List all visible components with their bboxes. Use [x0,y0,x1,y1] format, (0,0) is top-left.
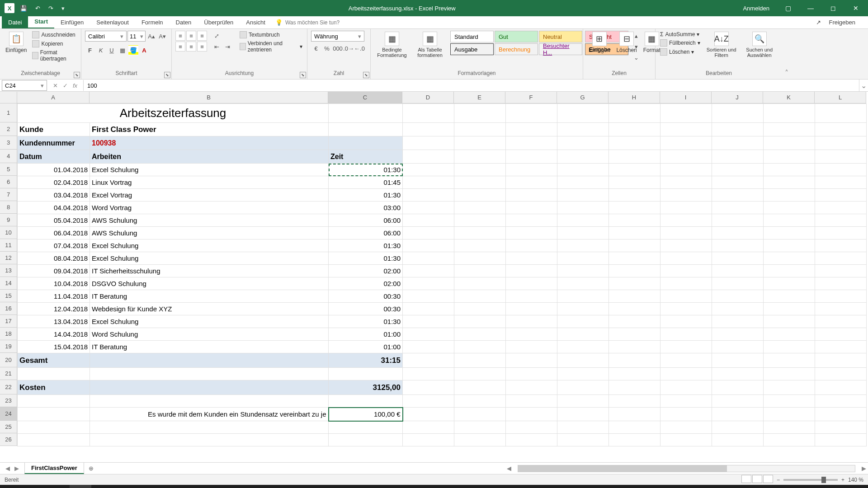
cell[interactable] [18,408,90,421]
cell[interactable] [506,252,557,265]
row-header-25[interactable]: 25 [0,421,17,433]
cell[interactable] [403,104,454,123]
cell[interactable] [609,315,660,328]
cell[interactable]: 13.04.2018 [18,315,90,328]
cell[interactable] [454,408,506,421]
taskbar-search-icon[interactable]: 🔍 [24,485,46,488]
font-color-button[interactable]: A [139,45,149,55]
cell[interactable] [90,353,329,368]
row-header-17[interactable]: 17 [0,315,17,328]
fill-button[interactable]: Füllbereich ▾ [659,39,701,47]
cell[interactable] [712,290,764,303]
col-header-J[interactable]: J [712,92,763,103]
cell[interactable] [609,368,660,380]
bold-button[interactable]: F [85,45,95,55]
row-header-16[interactable]: 16 [0,302,17,315]
style-besuchter[interactable]: Besuchter H... [539,43,582,55]
style-ausgabe[interactable]: Ausgabe [450,43,494,55]
row-header-15[interactable]: 15 [0,290,17,302]
cell[interactable] [609,434,660,446]
cell[interactable] [609,123,660,136]
cell[interactable]: IT Sicherheitsschulung [90,265,329,277]
cell[interactable] [764,290,815,303]
col-header-A[interactable]: A [17,92,90,103]
cell[interactable] [454,395,506,408]
accounting-format-icon[interactable]: € [311,43,321,53]
row-header-5[interactable]: 5 [0,163,17,176]
cell[interactable] [506,265,557,277]
cell[interactable]: 03:00 [329,202,403,214]
cell[interactable] [403,395,454,408]
number-format-dropdown[interactable]: Währung▾ [311,31,364,42]
col-header-C[interactable]: C [328,92,402,103]
cell[interactable] [660,252,712,265]
format-as-table-button[interactable]: ▦Als Tabelle formatieren [412,31,448,59]
tell-me-search[interactable]: Was möchten Sie tun? [272,16,343,28]
cell[interactable] [660,104,712,123]
cell[interactable] [609,277,660,290]
cell[interactable] [764,395,815,408]
cell[interactable] [764,202,815,214]
cell[interactable]: 01:45 [329,176,403,189]
cell[interactable] [764,104,815,123]
cell[interactable] [660,434,712,446]
collapse-ribbon-icon[interactable]: ˄ [782,29,791,79]
fx-icon[interactable]: fx [71,81,80,90]
cell[interactable] [609,202,660,214]
cell[interactable] [454,202,506,214]
cell[interactable] [403,189,454,202]
expand-formula-bar-icon[interactable]: ⌄ [859,80,868,92]
tab-insert[interactable]: Einfügen [54,16,90,28]
cell[interactable] [609,176,660,189]
cell[interactable] [660,265,712,277]
cell[interactable] [454,421,506,434]
cell[interactable] [764,123,815,136]
cell[interactable] [557,328,609,341]
cell[interactable] [557,353,609,368]
cell[interactable] [454,176,506,189]
zoom-out-icon[interactable]: − [777,477,780,483]
cell[interactable] [557,176,609,189]
cell[interactable] [506,239,557,252]
cell[interactable]: 3125,00 [329,380,403,395]
cell[interactable]: 02.04.2018 [18,176,90,189]
cell[interactable] [609,290,660,303]
cell[interactable] [660,189,712,202]
cell[interactable]: 31:15 [329,353,403,368]
cell[interactable] [815,303,867,315]
cell[interactable] [815,150,867,164]
cell[interactable] [712,176,764,189]
cell[interactable] [454,214,506,227]
hscroll-right-icon[interactable]: ▶ [860,465,868,472]
cell[interactable]: 02:00 [329,277,403,290]
cell[interactable] [815,202,867,214]
cell[interactable] [712,123,764,136]
cell[interactable] [454,328,506,341]
row-header-21[interactable]: 21 [0,367,17,380]
cell[interactable] [90,434,329,446]
clipboard-launcher-icon[interactable]: ⬊ [74,72,80,78]
cell[interactable] [329,434,403,446]
cell[interactable]: 11.04.2018 [18,290,90,303]
share-button[interactable]: ↗ Freigeben [810,16,868,28]
signin-link[interactable]: Anmelden [736,5,776,12]
cell[interactable] [506,202,557,214]
cell[interactable] [815,395,867,408]
cell[interactable] [403,290,454,303]
cell[interactable]: 100938 [90,136,329,150]
tab-data[interactable]: Daten [170,16,198,28]
zoom-in-icon[interactable]: + [841,477,844,483]
cell[interactable]: 15.04.2018 [18,341,90,353]
cell[interactable]: Linux Vortrag [90,176,329,189]
cell[interactable] [712,368,764,380]
cell[interactable] [764,315,815,328]
cell[interactable] [403,176,454,189]
italic-button[interactable]: K [96,45,106,55]
cell[interactable] [454,189,506,202]
cell[interactable] [454,227,506,239]
cell[interactable] [815,252,867,265]
cell[interactable] [660,136,712,150]
percent-format-icon[interactable]: % [322,43,332,53]
cell[interactable] [712,239,764,252]
format-painter-button[interactable]: Format übertragen [31,49,77,62]
